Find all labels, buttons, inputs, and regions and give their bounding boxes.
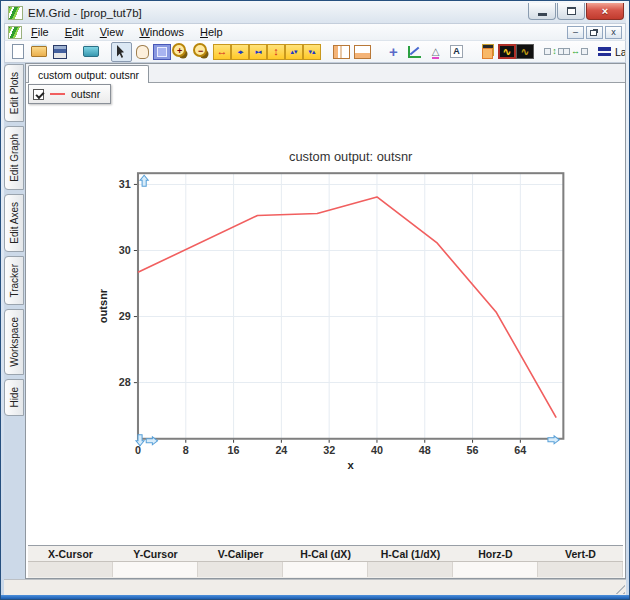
sidebar-tab-tracker[interactable]: Tracker xyxy=(4,256,24,306)
app-window: EM.Grid - [prop_tut7b] × File Edit View … xyxy=(0,0,630,600)
window-title: EM.Grid - [prop_tut7b] xyxy=(28,7,523,19)
pan-hand-button[interactable] xyxy=(132,42,153,62)
column-v-caliper: V-Caliper xyxy=(198,546,283,562)
series-outsnr xyxy=(138,197,556,418)
tab-custom-output-outsnr[interactable]: custom output: outsnr xyxy=(28,65,149,83)
sidebar-tab-edit-plots[interactable]: Edit Plots xyxy=(4,64,24,122)
window-bottom-border xyxy=(1,595,629,599)
sidebar-tab-edit-axes[interactable]: Edit Axes xyxy=(4,194,24,252)
split-vertical-button[interactable] xyxy=(331,42,352,62)
app-icon xyxy=(8,6,23,20)
layout-button[interactable]: Layout xyxy=(596,42,626,62)
x-tick-label: 56 xyxy=(467,444,479,456)
mdi-restore-button[interactable] xyxy=(586,26,603,39)
plot-client-area: custom output: outsnr outsnr 08162432404… xyxy=(25,63,626,579)
y-axis-label: outsnr xyxy=(97,288,109,323)
zoom-out-button[interactable] xyxy=(192,42,213,62)
value-vert-d xyxy=(538,562,623,577)
close-button[interactable]: × xyxy=(586,3,624,20)
sidebar-tab-hide[interactable]: Hide xyxy=(4,379,24,416)
menu-help[interactable]: Help xyxy=(193,25,230,39)
mdi-close-button[interactable]: x xyxy=(605,26,622,39)
value-h-cal-1dx xyxy=(368,562,453,577)
chart[interactable]: 081624324048566428293031custom output: o… xyxy=(26,83,625,545)
maximize-button[interactable] xyxy=(557,3,585,20)
expand-x-button[interactable]: ↔ xyxy=(213,44,231,60)
value-h-cal-dx xyxy=(283,562,368,577)
copy-plot-button[interactable] xyxy=(477,42,498,62)
x-tick-label: 8 xyxy=(183,444,189,456)
x-tick-label: 16 xyxy=(228,444,240,456)
scroll-y-button[interactable]: ▴▾ xyxy=(285,44,303,60)
toolbar: ↔◂▸▸◂↕▴▾▾▴+△A∿∿↕↔Layout xyxy=(4,40,626,63)
y-tick-label: 31 xyxy=(119,178,131,190)
select-cursor-button[interactable] xyxy=(111,42,132,62)
legend-line-sample xyxy=(50,93,65,95)
plot-frame xyxy=(138,173,563,439)
x-tick-label: 64 xyxy=(514,444,526,456)
x-tick-label: 24 xyxy=(275,444,287,456)
print-button[interactable] xyxy=(80,42,101,62)
plot-traces-button[interactable]: ∿ xyxy=(516,44,534,59)
cursor-readout-table: X-Cursor Y-Cursor V-Caliper H-Cal (dX) H… xyxy=(28,545,623,578)
open-file-button[interactable] xyxy=(28,42,49,62)
plot-tab-bar: custom output: outsnr xyxy=(26,64,625,83)
expand-y-button[interactable]: ↕ xyxy=(267,44,285,60)
layout-label: Layout xyxy=(615,46,626,58)
value-y-cursor xyxy=(113,562,198,577)
column-horz-d: Horz-D xyxy=(453,546,538,562)
compress-y-button[interactable]: ▾▴ xyxy=(303,44,321,60)
maximize-icon xyxy=(567,7,576,15)
x-axis-label: x xyxy=(348,459,355,471)
workspace: Edit Plots Edit Graph Edit Axes Tracker … xyxy=(4,63,626,579)
minimize-button[interactable] xyxy=(528,3,556,20)
column-vert-d: Vert-D xyxy=(538,546,623,562)
menu-bar: File Edit View Windows Help – x xyxy=(4,23,626,40)
layout-icon xyxy=(598,47,611,56)
status-bar xyxy=(4,579,626,595)
document-icon xyxy=(8,26,22,39)
sidebar-tab-workspace[interactable]: Workspace xyxy=(4,309,24,375)
x-tick-label: 48 xyxy=(419,444,431,456)
scroll-x-button[interactable]: ◂▸ xyxy=(231,44,249,60)
menu-view[interactable]: View xyxy=(93,25,131,39)
sidebar-tabs: Edit Plots Edit Graph Edit Axes Tracker … xyxy=(4,63,25,579)
y-tick-label: 29 xyxy=(119,310,131,322)
x-tick-label: 40 xyxy=(371,444,383,456)
y-tick-label: 28 xyxy=(119,376,131,388)
legend-checkbox[interactable] xyxy=(33,89,44,100)
resize-grip[interactable] xyxy=(614,583,625,594)
legend-label: outsnr xyxy=(71,88,100,100)
add-shape-button[interactable]: △ xyxy=(425,42,446,62)
save-button[interactable] xyxy=(49,42,70,62)
split-horizontal-button[interactable] xyxy=(352,42,373,62)
column-y-cursor: Y-Cursor xyxy=(113,546,198,562)
chart-title: custom output: outsnr xyxy=(289,150,413,164)
add-text-button[interactable]: A xyxy=(446,42,467,62)
menu-edit[interactable]: Edit xyxy=(58,25,91,39)
menu-file[interactable]: File xyxy=(24,25,56,39)
link-y-axes-button[interactable]: ↕ xyxy=(544,42,565,62)
plot-colors-button[interactable]: ∿ xyxy=(498,44,516,59)
pan-right-arrow-right[interactable] xyxy=(548,436,559,444)
zoom-region-button[interactable] xyxy=(153,44,171,60)
value-x-cursor xyxy=(28,562,113,577)
column-h-cal-1dx: H-Cal (1/dX) xyxy=(368,546,453,562)
add-axes-button[interactable] xyxy=(404,42,425,62)
value-horz-d xyxy=(453,562,538,577)
x-tick-label: 32 xyxy=(323,444,335,456)
plot-area: outsnr 081624324048566428293031custom ou… xyxy=(26,83,625,545)
new-file-button[interactable] xyxy=(7,42,28,62)
value-v-caliper xyxy=(198,562,283,577)
column-x-cursor: X-Cursor xyxy=(28,546,113,562)
add-marker-button[interactable]: + xyxy=(383,42,404,62)
title-bar: EM.Grid - [prop_tut7b] × xyxy=(4,1,626,23)
sidebar-tab-edit-graph[interactable]: Edit Graph xyxy=(4,126,24,190)
mdi-minimize-button[interactable]: – xyxy=(567,26,584,39)
zoom-in-button[interactable] xyxy=(171,42,192,62)
link-x-axes-button[interactable]: ↔ xyxy=(565,42,586,62)
menu-windows[interactable]: Windows xyxy=(132,25,191,39)
minimize-icon xyxy=(538,13,547,16)
compress-x-button[interactable]: ▸◂ xyxy=(249,44,267,60)
close-icon: × xyxy=(602,6,608,17)
